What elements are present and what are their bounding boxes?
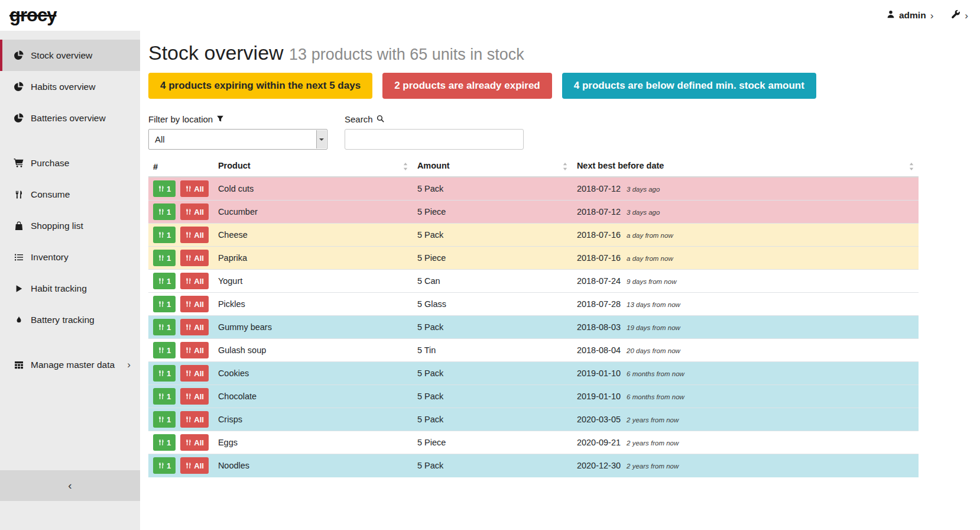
utensils-icon <box>158 370 164 377</box>
best-before-date: 2018-07-12 3 days ago <box>572 177 919 201</box>
utensils-icon <box>158 231 164 238</box>
user-icon <box>887 10 895 21</box>
date-value: 2018-08-03 <box>577 322 621 332</box>
search-label: Search <box>345 114 524 124</box>
product-name: Yogurt <box>213 270 413 293</box>
sidebar-item-inventory[interactable]: Inventory <box>0 241 140 273</box>
column-header-amount[interactable]: Amount <box>413 157 572 177</box>
consume-all-button[interactable]: All <box>180 319 209 335</box>
row-actions: 1 All <box>148 177 213 201</box>
utensils-icon <box>158 300 164 308</box>
consume-one-button[interactable]: 1 <box>153 250 176 266</box>
sidebar-item-label: Habits overview <box>31 82 95 92</box>
expiring-products-badge[interactable]: 4 products expiring within the next 5 da… <box>148 73 372 99</box>
location-filter-group: Filter by location All <box>148 114 327 150</box>
utensils-icon <box>185 300 192 308</box>
consume-one-button[interactable]: 1 <box>153 180 176 197</box>
sidebar-group-divider <box>0 335 140 349</box>
consume-all-button[interactable]: All <box>180 273 209 289</box>
consume-one-button[interactable]: 1 <box>153 365 176 382</box>
search-input[interactable] <box>345 129 524 150</box>
sidebar-item-shopping-list[interactable]: Shopping list <box>0 210 140 241</box>
sidebar-item-purchase[interactable]: Purchase <box>0 147 140 179</box>
wrench-icon <box>951 9 960 21</box>
sidebar-item-battery-tracking[interactable]: Battery tracking <box>0 304 140 335</box>
consume-all-button[interactable]: All <box>180 250 209 266</box>
row-actions: 1 All <box>148 454 213 477</box>
consume-one-button[interactable]: 1 <box>153 203 176 220</box>
product-name: Cookies <box>213 362 413 385</box>
flame-icon <box>12 315 25 325</box>
table-row: 1 All Noodles 5 Pack 2 <box>148 454 919 477</box>
consume-one-button[interactable]: 1 <box>153 227 176 243</box>
product-amount: 5 Tin <box>413 339 572 362</box>
consume-all-button[interactable]: All <box>180 203 209 220</box>
consume-one-button[interactable]: 1 <box>153 319 176 335</box>
date-value: 2018-07-12 <box>577 184 621 193</box>
consume-all-button[interactable]: All <box>180 434 209 451</box>
product-amount: 5 Pack <box>413 316 572 339</box>
table-row: 1 All Crisps 5 Pack 20 <box>148 408 919 431</box>
consume-all-button[interactable]: All <box>180 296 209 312</box>
product-name: Crisps <box>213 408 413 431</box>
column-header-best-before[interactable]: Next best before date <box>572 157 919 177</box>
consume-all-button[interactable]: All <box>180 180 209 197</box>
expired-products-badge[interactable]: 2 products are already expired <box>382 73 552 99</box>
product-name: Eggs <box>213 431 413 454</box>
utensils-icon <box>158 208 164 215</box>
consume-all-button[interactable]: All <box>180 365 209 382</box>
product-amount: 5 Piece <box>413 247 572 270</box>
sidebar-item-consume[interactable]: Consume <box>0 179 140 210</box>
sidebar-item-label: Stock overview <box>31 50 92 61</box>
date-relative: a day from now <box>627 232 673 239</box>
consume-all-button[interactable]: All <box>180 342 209 358</box>
row-actions: 1 All <box>148 316 213 339</box>
user-menu[interactable]: admin › <box>887 10 933 21</box>
sidebar-item-habits-overview[interactable]: Habits overview <box>0 71 140 102</box>
consume-one-button[interactable]: 1 <box>153 273 176 289</box>
date-relative: 2 years from now <box>627 416 679 424</box>
sidebar-item-label: Batteries overview <box>31 113 106 124</box>
date-value: 2018-07-24 <box>577 276 621 286</box>
page-title: Stock overview 13 products with 65 units… <box>148 41 919 64</box>
consume-all-button[interactable]: All <box>180 411 209 428</box>
consume-one-button[interactable]: 1 <box>153 342 176 358</box>
consume-one-button[interactable]: 1 <box>153 296 176 312</box>
table-icon <box>12 360 25 370</box>
consume-all-button[interactable]: All <box>180 388 209 405</box>
consume-one-button[interactable]: 1 <box>153 434 176 451</box>
sidebar-item-batteries-overview[interactable]: Batteries overview <box>0 102 140 134</box>
date-relative: 3 days ago <box>627 209 660 216</box>
app-logo[interactable]: grocy <box>9 5 56 26</box>
sidebar-collapse-button[interactable]: ‹ <box>0 470 140 501</box>
consume-one-button[interactable]: 1 <box>153 457 176 474</box>
sidebar: Stock overview Habits overview Batteries… <box>0 31 140 530</box>
utensils-icon <box>158 347 164 354</box>
below-min-stock-badge[interactable]: 4 products are below defined min. stock … <box>562 73 816 99</box>
sidebar-item-habit-tracking[interactable]: Habit tracking <box>0 273 140 304</box>
sidebar-item-stock-overview[interactable]: Stock overview <box>0 40 140 71</box>
date-relative: a day from now <box>627 255 673 262</box>
table-row: 1 All Gummy bears 5 Pack <box>148 316 919 339</box>
sidebar-item-manage-master-data[interactable]: Manage master data › <box>0 349 140 380</box>
utensils-icon <box>185 439 192 446</box>
utensils-icon <box>185 370 192 377</box>
date-value: 2018-07-12 <box>577 207 621 216</box>
settings-menu[interactable]: › <box>951 9 968 21</box>
utensils-icon <box>185 393 192 400</box>
product-amount: 5 Pack <box>413 362 572 385</box>
sidebar-item-label: Consume <box>31 189 70 200</box>
utensils-icon <box>158 277 164 285</box>
column-header-product[interactable]: Product <box>213 157 413 177</box>
sidebar-item-label: Manage master data <box>31 360 115 370</box>
consume-all-button[interactable]: All <box>180 227 209 243</box>
consume-one-button[interactable]: 1 <box>153 411 176 428</box>
sidebar-item-label: Habit tracking <box>31 283 87 294</box>
location-filter-select[interactable]: All <box>148 129 327 150</box>
consume-all-button[interactable]: All <box>180 457 209 474</box>
status-badges: 4 products expiring within the next 5 da… <box>148 73 919 99</box>
table-row: 1 All Chocolate 5 Pack <box>148 385 919 408</box>
table-header-row: # Product Amount Next best <box>148 157 919 177</box>
consume-one-button[interactable]: 1 <box>153 388 176 405</box>
product-name: Cucumber <box>213 201 413 224</box>
